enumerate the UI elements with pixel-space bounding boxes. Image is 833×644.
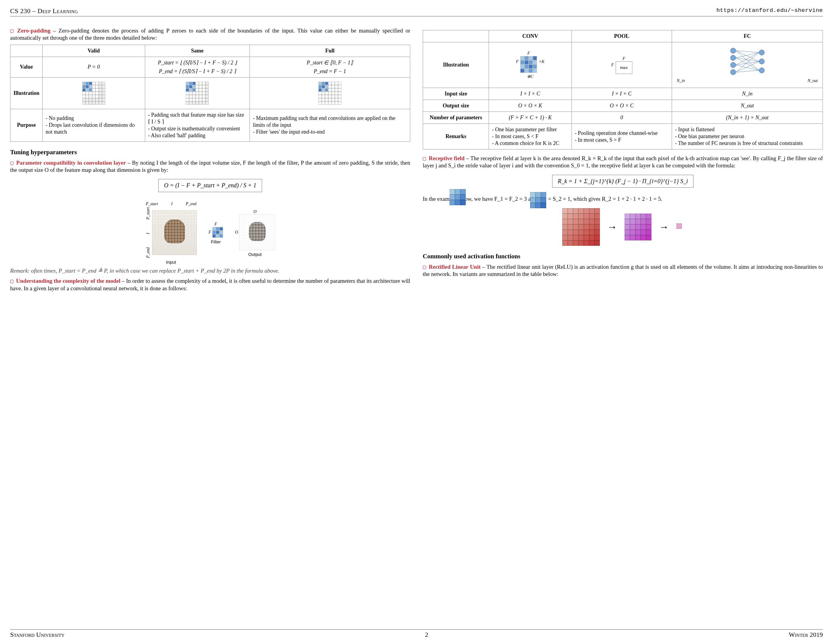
remarks-conv: - One bias parameter per filter - In mos… <box>489 124 571 150</box>
tuning-header: Tuning hyperparameters <box>10 148 410 156</box>
relu-paragraph: Rectified Linear Unit – The rectified li… <box>423 263 823 278</box>
formula-O-row: O = (I − F + P_start + P_end) / S + 1 <box>10 177 410 195</box>
layer-table: CONV POOL FC Illustration F F ×K ⊗C <box>423 30 823 150</box>
conv-diagram: P_start I P_end P_end I P_start Input <box>10 200 410 265</box>
pool-F-h: F <box>616 56 632 61</box>
footer-page: 2 <box>425 631 428 639</box>
row-label: Remarks <box>423 124 489 150</box>
svg-line-10 <box>736 53 759 58</box>
row-label: Value <box>10 57 43 77</box>
label-I: I <box>171 201 173 207</box>
purpose-valid: - No padding - Drops last convolution if… <box>43 109 145 142</box>
receptive-diagram: → → <box>423 208 823 246</box>
row-label: Output size <box>423 100 489 112</box>
caption-filter: Filter <box>209 239 223 245</box>
header-left: CS 230 – Deep Learning <box>10 7 78 15</box>
content-columns: Zero-padding – Zero-padding denotes the … <box>10 27 823 295</box>
value-full-start: P_start ∈ ⟦0, F − 1⟧ <box>253 60 407 66</box>
table-row: Illustration F F ×K ⊗C F <box>423 42 823 88</box>
receptive-text: – The receptive field at layer k is the … <box>423 155 823 169</box>
illus-fc: N_in N_out <box>672 42 823 88</box>
value-same: P_start = ⌊ (S⌈I/S⌉ − I + F − S) / 2 ⌋ P… <box>145 57 250 77</box>
complexity-term: Understanding the complexity of the mode… <box>16 278 121 284</box>
page-footer: Stanford University 2 Winter 2019 <box>10 630 823 639</box>
output-image-icon <box>239 214 275 250</box>
table-row: Value P = 0 P_start = ⌊ (S⌈I/S⌉ − I + F … <box>10 57 410 77</box>
table-row: Valid Same Full <box>10 45 410 57</box>
footer-right: Winter 2019 <box>789 631 823 639</box>
label-O: O <box>235 209 275 214</box>
relu-term: Rectified Linear Unit <box>429 264 481 270</box>
formula-R-row: R_k = 1 + Σ_{j=1}^{k} (F_j − 1) · Π_{i=0… <box>423 172 823 190</box>
param-compat-paragraph: Parameter compatibility in convolution l… <box>10 159 410 174</box>
conv-K: ×K <box>539 59 544 64</box>
table-row: CONV POOL FC <box>423 31 823 42</box>
zero-padding-paragraph: Zero-padding – Zero-padding denotes the … <box>10 27 410 42</box>
label-I-v: I <box>145 233 151 234</box>
bullet-icon <box>423 266 426 269</box>
table-row: Number of parameters (F × F × C + 1) · K… <box>423 112 823 124</box>
receptive-example: In the example below, we have F_1 = F_2 … <box>423 195 823 203</box>
conv-C: ⊗C <box>491 74 569 79</box>
svg-point-3 <box>730 69 736 75</box>
label-F-v: F <box>209 230 211 235</box>
footer-left: Stanford University <box>10 631 64 639</box>
activation-header: Commonly used activation functions <box>423 252 823 261</box>
svg-point-5 <box>759 59 764 64</box>
value-full: P_start ∈ ⟦0, F − 1⟧ P_end = F − 1 <box>250 57 410 77</box>
svg-point-4 <box>759 50 764 55</box>
right-column: CONV POOL FC Illustration F F ×K ⊗C <box>423 27 823 295</box>
conv-F-v: F <box>516 59 519 64</box>
table-row: Illustration <box>10 77 410 109</box>
bullet-icon <box>10 280 13 283</box>
pool-F-v: F <box>611 62 614 68</box>
page-header: CS 230 – Deep Learning https://stanford.… <box>10 7 823 16</box>
pool-max: max <box>616 61 632 74</box>
filter-icon <box>212 227 223 238</box>
cell: N_out <box>672 100 823 112</box>
col-header: POOL <box>571 31 672 42</box>
row-label: Purpose <box>10 109 43 142</box>
svg-point-1 <box>730 55 736 61</box>
cell: (N_in + 1) × N_out <box>672 112 823 124</box>
receptive-paragraph: Receptive field – The receptive field at… <box>423 155 823 169</box>
formula-O: O = (I − F + P_start + P_end) / S + 1 <box>158 179 262 192</box>
illus-conv: F F ×K ⊗C <box>489 42 571 88</box>
receptive-term: Receptive field <box>429 155 465 161</box>
svg-line-15 <box>736 65 759 71</box>
table-row: Output size O × O × K O × O × C N_out <box>423 100 823 112</box>
complexity-paragraph: Understanding the complexity of the mode… <box>10 277 410 292</box>
fc-nin: N_in <box>677 78 685 84</box>
fc-network-icon <box>674 47 820 78</box>
remark-text: Remark: often times, P_start = P_end ≜ P… <box>10 267 410 274</box>
col-header: Valid <box>43 45 145 57</box>
label-pend: P_end <box>186 201 196 207</box>
value-same-end: P_end = ⌈ (S⌈I/S⌉ − I + F − S) / 2 ⌉ <box>148 68 247 75</box>
cell: I × I × C <box>571 88 672 100</box>
purpose-full: - Maximum padding such that end convolut… <box>250 109 410 142</box>
caption-input: Input <box>145 259 197 265</box>
cell: O × O × C <box>571 100 672 112</box>
arrow-icon: → <box>659 221 669 233</box>
arrow-icon: → <box>607 221 617 233</box>
col-header: FC <box>672 31 823 42</box>
left-column: Zero-padding – Zero-padding denotes the … <box>10 27 410 295</box>
zero-padding-text: – Zero-padding denotes the process of ad… <box>10 27 410 41</box>
svg-point-6 <box>759 68 764 73</box>
label-O-v: O <box>235 230 238 235</box>
conv-F-h: F <box>520 51 537 56</box>
caption-output: Output <box>235 251 275 257</box>
cell: N_in <box>672 88 823 100</box>
param-compat-term: Parameter compatibility in convolution l… <box>16 159 126 166</box>
value-valid: P = 0 <box>43 57 145 77</box>
col-header <box>10 45 43 57</box>
cell: O × O × K <box>489 100 571 112</box>
svg-line-9 <box>736 51 759 71</box>
label-F: F <box>209 222 223 227</box>
row-label: Illustration <box>10 77 43 109</box>
cell: (F × F × C + 1) · K <box>489 112 571 124</box>
padding-table: Valid Same Full Value P = 0 P_start = ⌊ … <box>10 45 410 142</box>
cell: I × I × C <box>489 88 571 100</box>
value-same-start: P_start = ⌊ (S⌈I/S⌉ − I + F − S) / 2 ⌋ <box>148 60 247 66</box>
illus-full <box>250 77 410 109</box>
